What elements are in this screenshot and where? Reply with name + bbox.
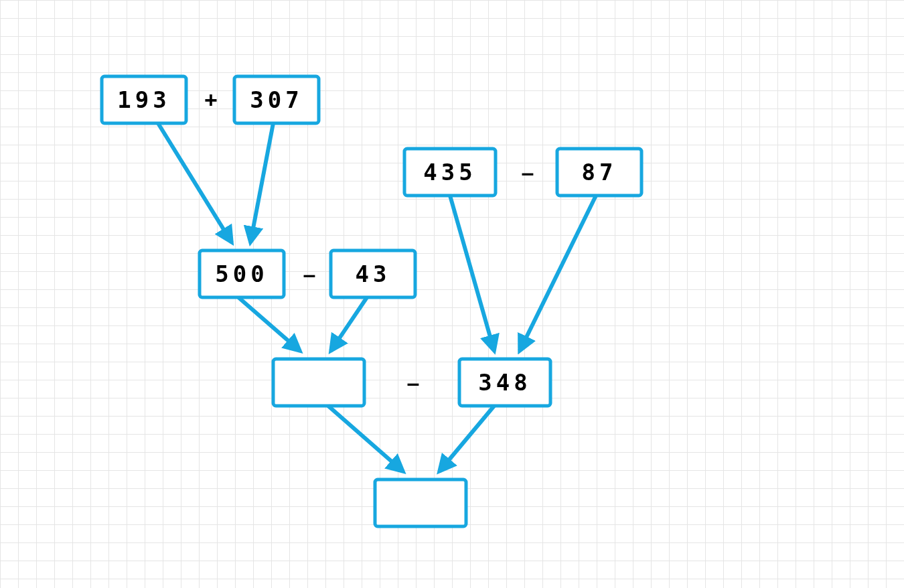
arrow-307-to-500: [250, 123, 273, 242]
arrow-500-to-blank: [238, 297, 300, 351]
op-plus: +: [204, 87, 218, 113]
value-435: 435: [423, 159, 476, 186]
arrow-blank-to-result: [328, 406, 403, 471]
arrow-435-to-348: [450, 196, 494, 351]
diagram: 193 + 307 435 – 87 500 – 43 – 348: [0, 0, 904, 588]
value-193: 193: [117, 86, 170, 113]
box-result[interactable]: [375, 480, 466, 526]
value-348: 348: [478, 369, 531, 396]
value-87: 87: [582, 159, 617, 186]
value-307: 307: [250, 86, 303, 113]
arrow-193-to-500: [158, 123, 232, 242]
value-43: 43: [356, 261, 391, 287]
arrow-43-to-blank: [331, 297, 367, 351]
op-minus-2: –: [303, 261, 316, 287]
op-minus-3: –: [407, 370, 420, 395]
op-minus-1: –: [522, 159, 534, 185]
box-blank-1[interactable]: [273, 359, 364, 406]
arrow-87-to-348: [520, 196, 596, 351]
arrow-348-to-result: [439, 406, 494, 471]
value-500: 500: [215, 261, 268, 287]
